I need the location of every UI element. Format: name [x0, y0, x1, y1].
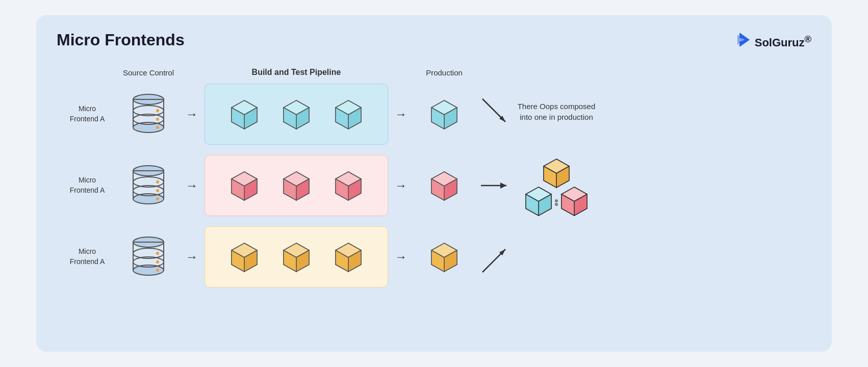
pipeline-header: Build and Test Pipeline — [205, 68, 388, 77]
label-blue: MicroFrontend A — [57, 104, 118, 124]
cube-blue-3 — [330, 96, 366, 132]
source-blue — [118, 91, 179, 137]
arrow-pipeline-to-prod-blue: → — [388, 107, 414, 121]
rows-area: MicroFrontend A → — [57, 81, 811, 290]
cube-red-3 — [330, 168, 366, 203]
prod-cube-yellow — [426, 239, 462, 275]
composed-label: There Oops composed into one in producti… — [516, 101, 597, 122]
svg-point-68 — [555, 199, 558, 202]
column-headers: Source Control Build and Test Pipeline P… — [57, 68, 811, 77]
pipeline-red — [205, 155, 388, 216]
svg-point-6 — [156, 118, 159, 121]
svg-point-7 — [156, 126, 159, 129]
cube-yellow-1 — [226, 239, 262, 275]
source-yellow — [118, 234, 179, 280]
row-blue: MicroFrontend A → — [57, 81, 811, 147]
row-red: MicroFrontend A → — [57, 152, 811, 219]
source-control-header: Source Control — [118, 68, 179, 77]
pipeline-blue — [205, 84, 388, 145]
svg-marker-55 — [500, 182, 506, 189]
svg-point-77 — [156, 269, 159, 272]
diagonal-down-arrow — [480, 96, 510, 127]
svg-point-34 — [156, 189, 159, 192]
logo-text: SolGuruz® — [755, 34, 811, 49]
prod-blue — [414, 96, 475, 132]
cube-blue-1 — [226, 96, 262, 132]
header: Micro Frontends SolGuruz® — [57, 31, 811, 53]
row-yellow: MicroFrontend A → — [57, 224, 811, 290]
cube-yellow-3 — [330, 239, 366, 275]
arrow-pipeline-to-prod-red: → — [388, 178, 414, 193]
cube-red-2 — [278, 168, 314, 203]
arrow-pipeline-to-prod-yellow: → — [388, 250, 414, 264]
prod-yellow — [414, 239, 475, 275]
cube-red-1 — [226, 168, 262, 203]
label-red: MicroFrontend A — [57, 175, 118, 195]
pipeline-yellow — [205, 226, 388, 287]
svg-point-75 — [156, 252, 159, 255]
prod-cube-red — [426, 168, 462, 203]
composed-cluster-svg — [521, 155, 592, 216]
arrow-blue-to-pipeline: → — [179, 107, 205, 121]
diag-arrow-up — [475, 239, 516, 275]
composed-text-area: There Oops composed into one in producti… — [516, 101, 597, 127]
source-red — [118, 163, 179, 208]
diagonal-up-arrow — [480, 244, 510, 275]
prod-cube-blue — [426, 96, 462, 132]
label-yellow: MicroFrontend A — [57, 247, 118, 267]
diag-arrow-down — [475, 96, 516, 132]
page-title: Micro Frontends — [57, 31, 185, 49]
straight-arrow-right — [475, 180, 516, 191]
prod-red — [414, 168, 475, 203]
arrow-yellow-to-pipeline: → — [179, 250, 205, 264]
right-arrow-svg — [480, 180, 510, 191]
logo: SolGuruz® — [735, 31, 811, 53]
cube-yellow-2 — [278, 239, 314, 275]
arrow-red-to-pipeline: → — [179, 178, 205, 193]
logo-icon — [735, 31, 752, 53]
svg-point-76 — [156, 260, 159, 264]
database-blue — [128, 91, 169, 137]
svg-point-5 — [156, 109, 159, 112]
database-red — [128, 163, 169, 208]
svg-point-69 — [555, 203, 558, 206]
svg-point-33 — [156, 180, 159, 184]
composed-cluster-cell — [516, 155, 597, 216]
cube-blue-2 — [278, 96, 314, 132]
svg-point-35 — [156, 197, 159, 200]
database-yellow — [128, 234, 169, 280]
diagram-container: Micro Frontends SolGuruz® Source Control… — [36, 15, 832, 352]
production-header: Production — [414, 68, 475, 77]
